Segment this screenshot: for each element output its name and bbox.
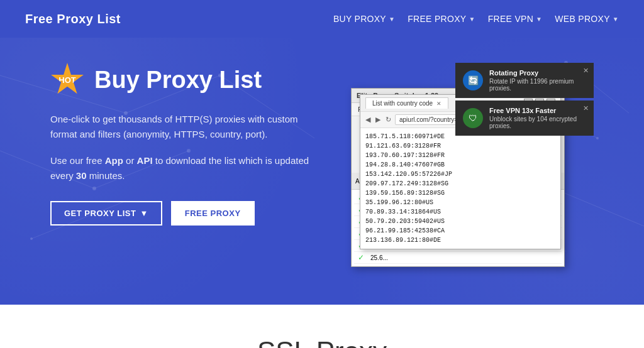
nav-buy-proxy[interactable]: BUY PROXY ▼ xyxy=(333,14,395,24)
browser-tab[interactable]: List with country code ✕ xyxy=(365,97,448,109)
notif-vpn-title: Free VPN 13x Faster xyxy=(489,107,586,114)
proxy-line: 35.199.96.12:80#US xyxy=(365,198,555,207)
hero-desc-2: Use our free App or API to download the … xyxy=(50,153,322,183)
notif-vpn: 🛡 Free VPN 13x Faster Unblock sites by 1… xyxy=(455,101,594,136)
free-proxy-button[interactable]: FREE PROXY xyxy=(171,201,255,226)
hero-right-content: 🔄 Rotating Proxy Rotate IP with 11996 pr… xyxy=(322,63,594,267)
chevron-down-icon: ▼ xyxy=(536,16,542,23)
proxy-line: 213.136.89.121:80#DE xyxy=(365,236,555,245)
hero-title: Buy Proxy List xyxy=(94,67,262,94)
notification-container: 🔄 Rotating Proxy Rotate IP with 11996 pr… xyxy=(455,63,594,138)
chevron-down-icon: ▼ xyxy=(389,16,395,23)
notif-rotating: 🔄 Rotating Proxy Rotate IP with 11996 pr… xyxy=(455,63,594,98)
notif-rotating-title: Rotating Proxy xyxy=(489,69,586,77)
main-nav: BUY PROXY ▼ FREE PROXY ▼ FREE VPN ▼ WEB … xyxy=(333,14,619,24)
vpn-icon: 🛡 xyxy=(463,108,483,128)
hot-badge: HOT xyxy=(50,63,84,97)
rotating-proxy-icon: 🔄 xyxy=(463,70,483,90)
notif-rotating-text: Rotate IP with 11996 premium proxies. xyxy=(489,78,586,92)
notif-vpn-content: Free VPN 13x Faster Unblock sites by 104… xyxy=(489,107,586,129)
hero-title-row: HOT Buy Proxy List xyxy=(50,63,322,97)
nav-free-proxy[interactable]: FREE PROXY ▼ xyxy=(408,14,475,24)
notif-rotating-content: Rotating Proxy Rotate IP with 11996 prem… xyxy=(489,69,586,92)
get-proxy-list-button[interactable]: GET PROXY LIST ▼ xyxy=(50,201,162,226)
browser-forward-button[interactable]: ▶ xyxy=(374,116,382,124)
hero-desc-1: One-click to get thousands of HTTP(S) pr… xyxy=(50,112,322,142)
proxy-line: 91.121.63.69:3128#FR xyxy=(365,141,555,151)
proxy-line: 96.21.99.185:42538#CA xyxy=(365,226,555,236)
browser-proxy-content: 185.71.5.118:60971#DE 91.121.63.69:3128#… xyxy=(360,128,560,249)
proxy-line: 193.70.60.197:3128#FR xyxy=(365,151,555,160)
proxy-line: 50.79.20.203:59402#US xyxy=(365,217,555,226)
hero-section: HOT Buy Proxy List One-click to get thou… xyxy=(0,38,644,305)
ssl-section: SSL Proxy SSL (HTTPS) proxies that are j… xyxy=(0,305,644,348)
header: Free Proxy List BUY PROXY ▼ FREE PROXY ▼… xyxy=(0,0,644,38)
hero-left-content: HOT Buy Proxy List One-click to get thou… xyxy=(50,63,322,226)
svg-point-17 xyxy=(596,137,599,139)
chevron-down-icon: ▼ xyxy=(613,16,619,23)
svg-point-14 xyxy=(30,237,33,240)
notif-rotating-close[interactable]: ✕ xyxy=(583,67,589,75)
ssl-title: SSL Proxy xyxy=(25,336,619,348)
nav-web-proxy[interactable]: WEB PROXY ▼ xyxy=(555,14,619,24)
notif-vpn-text: Unblock sites by 104 encrypted proxies. xyxy=(489,116,586,129)
browser-back-button[interactable]: ◀ xyxy=(364,116,372,124)
proxy-line: 153.142.120.95:57226#JP xyxy=(365,170,555,179)
tab-close-icon[interactable]: ✕ xyxy=(436,101,441,107)
notif-vpn-close[interactable]: ✕ xyxy=(583,104,589,112)
nav-free-vpn[interactable]: FREE VPN ▼ xyxy=(488,14,543,24)
proxy-line: 70.89.33.14:31864#US xyxy=(365,207,555,217)
list-item: ✓ 25.6... xyxy=(354,252,562,264)
proxy-line: 209.97.172.249:3128#SG xyxy=(365,179,555,188)
chevron-down-icon: ▼ xyxy=(140,209,148,218)
browser-tab-label: List with country code xyxy=(372,100,433,107)
proxy-line: 194.28.8.140:47607#GB xyxy=(365,160,555,170)
hero-buttons: GET PROXY LIST ▼ FREE PROXY xyxy=(50,201,322,226)
browser-refresh-button[interactable]: ↻ xyxy=(384,116,392,124)
chevron-down-icon: ▼ xyxy=(469,16,475,23)
check-icon: ✓ xyxy=(358,253,370,262)
site-logo[interactable]: Free Proxy List xyxy=(25,12,121,26)
proxy-line: 139.59.156.89:3128#SG xyxy=(365,188,555,198)
